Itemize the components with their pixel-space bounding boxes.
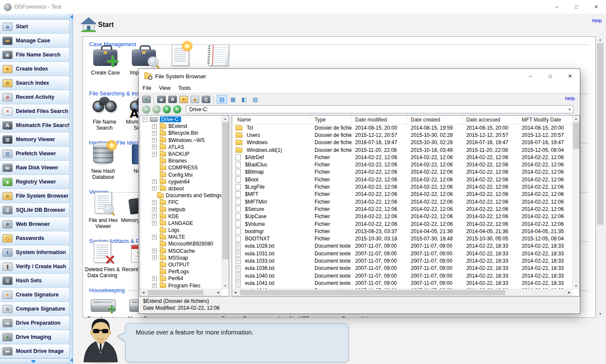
address-bar[interactable]: Drive-C: ▼ [186,105,573,113]
index-icon[interactable]: ★ [179,96,188,103]
tree-vertical-scrollbar[interactable]: ▲ ▼ [221,115,229,289]
tree-item-langage[interactable]: +LANGAGE [140,220,222,227]
large-icons-view-button[interactable]: ▦ [228,95,238,104]
dialog-close-button[interactable]: ✕ [560,69,580,83]
maximize-button[interactable]: □ [567,0,586,14]
scroll-right-arrow[interactable]: ▶ [566,289,573,296]
tree-collapse-toggle[interactable]: − [143,117,147,122]
column-header-date-modified[interactable]: Date modified [352,115,407,124]
start-feature-create-case[interactable]: +Create Case [85,46,126,76]
column-header-date-accessed[interactable]: Date accessed [463,115,519,124]
minimize-button[interactable]: – [547,0,567,14]
tree-item-dcboot[interactable]: +dcboot [140,185,222,192]
dialog-minimize-button[interactable]: – [521,69,540,83]
signature-icon[interactable]: ◆ [191,96,199,103]
table-row[interactable]: eula.1036.txtDocument texte2007-11-07, 0… [232,265,573,272]
scroll-right-arrow[interactable]: ▶ [215,289,222,296]
tree-expand-toggle[interactable]: + [152,235,157,240]
scrollbar-thumb[interactable] [148,290,203,295]
sidebar-item-drive-imaging[interactable]: +Drive Imaging [0,330,69,344]
add-device-icon[interactable]: + [142,96,151,103]
up-button[interactable]: ↑ [163,105,171,113]
tree-item-fpc[interactable]: +FPC [140,199,222,206]
table-row[interactable]: $AttrDefFichier2014-02-22, 12:062014-02-… [232,154,573,161]
sidebar-item-system-information[interactable]: iSystem Information [0,246,69,260]
menu-view[interactable]: View [155,83,174,93]
sidebar-item-verify-create-hash[interactable]: ‖Verify / Create Hash [0,260,69,274]
table-row[interactable]: eula.1031.txtDocument texte2007-11-07, 0… [232,250,573,257]
tree-item-mssoap[interactable]: +MSSoap [140,255,222,261]
scrollbar-thumb[interactable] [222,122,229,259]
table-row[interactable]: $SecureFichier2014-02-22, 12:062014-02-2… [232,205,573,213]
close-button[interactable]: ✕ [586,0,606,14]
tree-expand-toggle[interactable]: + [152,255,157,260]
table-row[interactable]: bootmgrFichier2013-08-23, 03:372014-04-0… [232,228,573,235]
table-row[interactable]: eula.1040.txtDocument texte2007-11-07, 0… [232,272,573,279]
scroll-up-arrow[interactable]: ▲ [573,115,579,122]
scroll-up-arrow[interactable]: ▲ [597,36,604,43]
tree-expand-toggle[interactable]: + [152,131,157,136]
scrollbar-thumb[interactable] [573,122,579,149]
sidebar-item-drive-preparation[interactable]: ▬Drive Preparation [0,316,69,330]
tree-expand-toggle[interactable]: + [152,186,157,191]
dropdown-arrow-icon[interactable]: ▼ [568,106,571,114]
forward-button[interactable]: → [152,105,161,113]
tree-item-documents-and-settings[interactable]: Documents and Settings [140,192,222,199]
tree-expand-toggle[interactable]: + [152,214,157,219]
tree-expand-toggle[interactable]: + [152,207,157,212]
scroll-up-arrow[interactable]: ▲ [222,115,229,122]
start-feature-notebook-icon[interactable] [198,46,239,70]
list-horizontal-scrollbar[interactable]: ◀ ▶ [232,289,573,296]
dialog-titlebar[interactable]: File System Browser – □ ✕ [139,69,580,83]
sidebar-item-registry-viewer[interactable]: ◈Registry Viewer [0,175,69,189]
dialog-maximize-button[interactable]: □ [540,69,560,83]
tree-item-windows-ws[interactable]: +$Windows.~WS [140,137,222,144]
tree-expand-toggle[interactable]: + [152,249,157,253]
tree-expand-toggle[interactable]: + [152,276,157,281]
sidebar-item-web-browser[interactable]: ⊕Web Browser [0,217,69,231]
sidebar-item-file-name-search[interactable]: ◉File Name Search [0,48,69,62]
table-row[interactable]: eula.1033.txtDocument texte2007-11-07, 0… [232,257,573,264]
tree-item-kde[interactable]: +KDE [140,213,222,220]
tree-expand-toggle[interactable]: + [152,138,157,142]
scroll-down-arrow[interactable]: ▼ [222,283,229,289]
sidebar-scroll-down[interactable] [0,358,69,364]
table-row[interactable]: Windows.old(1)Dossier de fichiers2015-11… [232,146,573,154]
sidebar-item-search-index[interactable]: ◎Search Index [0,76,69,90]
small-icons-view-button[interactable]: ◧ [239,95,249,104]
tree-item-perl64[interactable]: +Perl64 [140,275,222,282]
tree-item-root[interactable]: −Drive-C: [140,116,222,123]
mismatch-search-icon[interactable]: A [168,96,177,103]
table-row[interactable]: $BadClusFichier2014-02-22, 12:062014-02-… [232,161,573,168]
tree-item-logs[interactable]: Logs [140,227,222,234]
scroll-down-arrow[interactable]: ▼ [597,311,604,317]
tree-expand-toggle[interactable]: + [152,124,157,129]
back-button[interactable]: ← [142,105,150,113]
sidebar-item-passwords[interactable]: ○Passwords [0,231,69,246]
tree-item-binaries[interactable]: Binaries [140,157,222,164]
column-header-type[interactable]: Type [310,115,352,124]
tree-expand-toggle[interactable]: + [152,152,157,157]
tree-expand-toggle[interactable]: + [152,283,157,288]
table-row[interactable]: $BootFichier2014-02-22, 12:062014-02-22,… [232,176,573,183]
scroll-down-arrow[interactable]: ▼ [573,283,579,289]
start-feature-deleted-files-data-carving[interactable]: ✕Deleted Files & Data Carving [83,243,123,278]
hash-database-icon[interactable]: ≣ [202,96,210,103]
sidebar-item-prefetch-viewer[interactable]: ▥Prefetch Viewer [0,147,69,161]
main-scrollbar[interactable]: ▲ ▼ [596,36,604,317]
table-row[interactable]: $BitmapFichier2014-02-22, 12:062014-02-2… [232,169,573,176]
table-row[interactable]: eula.1028.txtDocument texte2007-11-07, 0… [232,243,573,250]
sidebar-item-recent-activity[interactable]: ⊙Recent Activity [0,90,69,104]
table-row[interactable]: $UpCaseFichier2014-02-22, 12:062014-02-2… [232,213,573,220]
table-row[interactable]: $MFTMirrFichier2014-02-22, 12:062014-02-… [232,198,573,205]
tree-item-program-files[interactable]: +Program Files [140,282,222,289]
tree-expand-toggle[interactable]: + [152,145,157,149]
scrollbar-thumb[interactable] [240,290,505,295]
table-row[interactable]: TclDossier de fichiers2014-08-15, 20:002… [232,124,573,131]
sidebar-item-file-system-browser[interactable]: ◎File System Browser [0,189,69,203]
tree-item-malte[interactable]: +MALTE [140,234,222,240]
help-link[interactable]: Help [592,18,602,23]
start-feature-file-name-search[interactable]: File Name Search [84,95,125,131]
sidebar-item-create-signature[interactable]: ★Create Signature [0,288,69,302]
tree-item-microsoftkb928080[interactable]: MicrosoftKB928080 [140,240,222,247]
